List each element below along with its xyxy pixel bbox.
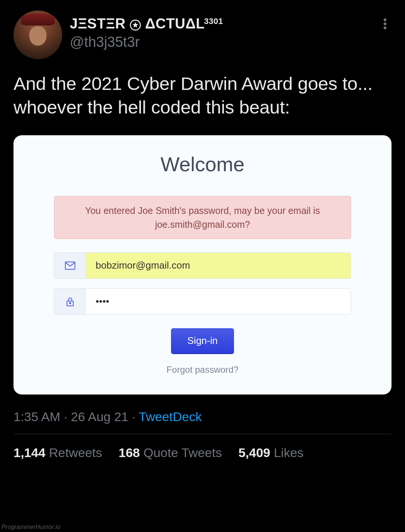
watermark: ProgrammerHumor.io	[2, 524, 60, 531]
tweet-text: And the 2021 Cyber Darwin Award goes to.…	[14, 72, 392, 119]
display-name-superscript: 3301	[204, 16, 223, 26]
star-bullet-icon	[129, 16, 142, 32]
tweet-source[interactable]: TweetDeck	[139, 409, 202, 424]
tweet-time[interactable]: 1:35 AM	[14, 409, 60, 424]
email-input[interactable]	[86, 253, 351, 278]
forgot-password-link[interactable]: Forgot password?	[36, 365, 369, 375]
display-name[interactable]: JΞSTΞR ΔCTUΔL3301	[70, 16, 371, 32]
user-block: JΞSTΞR ΔCTUΔL3301 @th3j35t3r	[70, 10, 371, 50]
retweets-stat[interactable]: 1,144 Retweets	[14, 445, 102, 460]
avatar[interactable]	[14, 10, 62, 59]
login-card: Welcome You entered Joe Smith's password…	[14, 135, 392, 395]
quote-tweets-stat[interactable]: 168 Quote Tweets	[118, 445, 222, 460]
display-name-part-1: JΞSTΞR	[70, 16, 126, 32]
divider	[14, 434, 392, 434]
tweet-header: JΞSTΞR ΔCTUΔL3301 @th3j35t3r •••	[14, 10, 392, 59]
tweet-meta: 1:35 AM · 26 Aug 21 · TweetDeck	[14, 409, 392, 424]
likes-stat[interactable]: 5,409 Likes	[238, 445, 304, 460]
lock-icon	[54, 289, 86, 314]
login-title: Welcome	[36, 152, 369, 176]
tweet-stats: 1,144 Retweets 168 Quote Tweets 5,409 Li…	[14, 445, 392, 460]
signin-button[interactable]: Sign-in	[171, 328, 234, 353]
error-message: You entered Joe Smith's password, may be…	[54, 196, 351, 239]
tweet-date[interactable]: 26 Aug 21	[71, 409, 128, 424]
email-field-wrapper	[54, 253, 351, 279]
user-handle[interactable]: @th3j35t3r	[70, 34, 371, 50]
more-options-button[interactable]: •••	[379, 13, 392, 34]
tweet-container: JΞSTΞR ΔCTUΔL3301 @th3j35t3r ••• And the…	[0, 0, 405, 460]
display-name-part-2: ΔCTUΔL	[145, 16, 205, 31]
mail-icon	[54, 253, 86, 278]
password-input[interactable]	[86, 289, 351, 314]
svg-point-3	[69, 302, 70, 303]
password-field-wrapper	[54, 288, 351, 315]
